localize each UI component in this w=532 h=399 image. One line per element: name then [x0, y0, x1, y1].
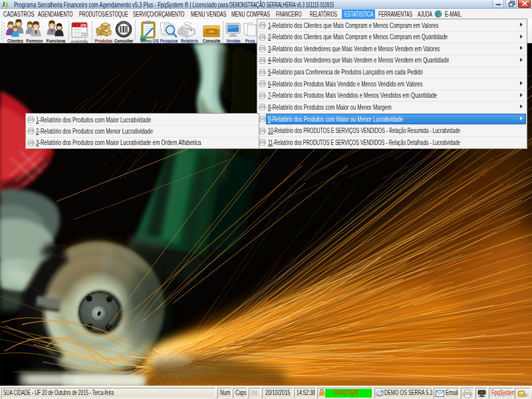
svg-text:29: 29	[81, 32, 86, 37]
svg-text:JAN: JAN	[80, 24, 86, 27]
